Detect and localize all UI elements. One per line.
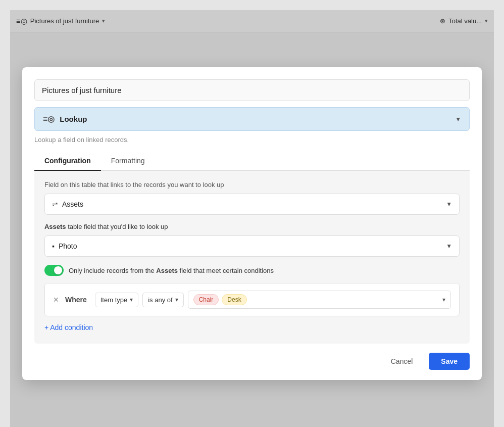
condition-values-select[interactable]: Chair Desk ▾ (188, 291, 451, 309)
assets-icon: ⇌ (52, 200, 58, 208)
link-field-label: Field on this table that links to the re… (44, 181, 460, 188)
condition-box: ✕ Where Item type ▾ is any of ▾ (44, 283, 460, 316)
tab-configuration[interactable]: Configuration (34, 152, 101, 171)
assets-select-arrow: ▼ (446, 201, 452, 208)
toggle-row: Only include records from the Assets fie… (44, 265, 460, 276)
field-type-description: Lookup a field on linked records. (34, 136, 470, 144)
values-dropdown-arrow: ▾ (442, 296, 445, 303)
where-label: Where (65, 296, 87, 304)
add-condition-label: + Add condition (44, 323, 93, 331)
toggle-thumb (54, 266, 62, 274)
field-name-input[interactable] (34, 79, 470, 101)
condition-field-label: Item type (100, 296, 127, 304)
tab-formatting[interactable]: Formatting (101, 152, 155, 171)
remove-condition-button[interactable]: ✕ (53, 296, 59, 304)
field-type-dropdown[interactable]: ≡◎ Lookup ▼ (34, 107, 470, 131)
lookup-type-icon: ≡◎ (43, 114, 55, 124)
modal-footer: Cancel Save (34, 344, 470, 370)
condition-field-arrow: ▾ (130, 296, 133, 303)
config-tabs: Configuration Formatting (34, 152, 470, 171)
save-button[interactable]: Save (429, 353, 470, 370)
conditions-toggle[interactable] (44, 265, 64, 276)
modal-overlay: ≡◎ Lookup ▼ Lookup a field on linked rec… (10, 10, 494, 427)
photo-value: Photo (59, 242, 77, 250)
link-field-select[interactable]: ⇌ Assets ▼ (44, 194, 460, 215)
modal-dialog: ≡◎ Lookup ▼ Lookup a field on linked rec… (22, 67, 482, 380)
condition-operator-select[interactable]: is any of ▾ (142, 293, 183, 307)
photo-icon: ▪ (52, 242, 55, 250)
condition-operator-arrow: ▾ (175, 296, 178, 303)
lookup-field-label: Assets table field that you'd like to lo… (44, 223, 460, 230)
assets-value: Assets (62, 200, 83, 208)
condition-operator-label: is any of (148, 296, 172, 304)
lookup-type-label: Lookup (60, 115, 87, 123)
add-condition-button[interactable]: + Add condition (44, 321, 460, 334)
lookup-dropdown-arrow: ▼ (455, 116, 461, 123)
tag-chair: Chair (193, 294, 219, 305)
tag-desk: Desk (222, 294, 246, 305)
photo-field-select[interactable]: ▪ Photo ▼ (44, 235, 460, 257)
condition-field-select[interactable]: Item type ▾ (95, 293, 138, 307)
toggle-label: Only include records from the Assets fie… (69, 267, 274, 274)
photo-select-arrow: ▼ (446, 243, 452, 250)
config-section: Field on this table that links to the re… (34, 171, 470, 344)
cancel-button[interactable]: Cancel (381, 353, 423, 370)
condition-row: ✕ Where Item type ▾ is any of ▾ (53, 291, 451, 309)
